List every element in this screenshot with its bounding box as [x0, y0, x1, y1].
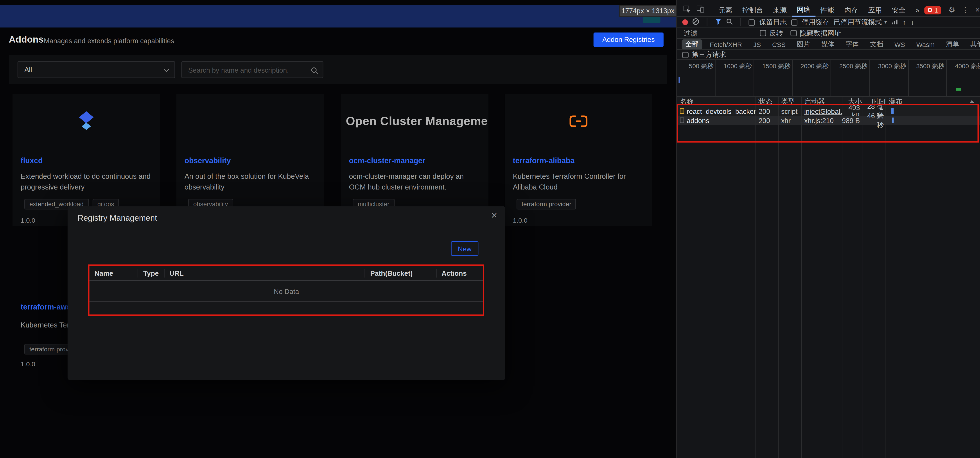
filter-fetch-xhr[interactable]: Fetch/XHR [706, 40, 746, 48]
col-waterfall[interactable]: 瀑布 [886, 97, 980, 106]
col-status[interactable]: 状态 [756, 97, 778, 106]
tab-elements[interactable]: 元素 [714, 4, 737, 16]
disable-cache-checkbox[interactable] [791, 19, 797, 25]
export-har-icon[interactable]: ↓ [911, 18, 915, 27]
kebab-menu-icon[interactable]: ⋮ [958, 6, 972, 14]
inspect-icon[interactable] [681, 6, 694, 14]
timeline-tick: 3000 毫秒 [869, 62, 906, 71]
tabs-overflow-chevron[interactable]: » [911, 4, 924, 16]
new-registry-button[interactable]: New [451, 241, 478, 256]
resource-type-filters: 全部 Fetch/XHR JS CSS 图片 媒体 字体 文档 WS Wasm … [677, 39, 980, 50]
request-row-react-devtools[interactable]: react_devtools_backend.js 200 script inj… [677, 106, 980, 116]
tab-performance[interactable]: 性能 [815, 4, 839, 16]
category-select[interactable]: All [18, 61, 175, 78]
column-separator[interactable] [842, 97, 842, 458]
filter-img[interactable]: 图片 [793, 39, 814, 49]
request-row-addons[interactable]: addons 200 xhr xhr.js:210 989 B 46 毫秒 [677, 116, 980, 125]
timeline-overview: 500 毫秒 1000 毫秒 1500 毫秒 2000 毫秒 2500 毫秒 3… [677, 60, 980, 97]
addon-title-observability[interactable]: observability [185, 156, 316, 165]
filter-wasm[interactable]: Wasm [913, 40, 939, 48]
divider [707, 18, 708, 26]
third-party-row: 第三方请求 [677, 50, 980, 60]
filter-ws[interactable]: WS [891, 40, 909, 48]
timeline-tick: 3500 毫秒 [907, 62, 945, 71]
app-navbar [0, 5, 676, 28]
sort-arrow-icon [969, 100, 975, 103]
request-initiator-link[interactable]: injectGlobal… [801, 107, 842, 115]
request-name: addons [687, 117, 709, 124]
network-search-icon[interactable] [726, 18, 733, 26]
column-separator[interactable] [862, 97, 862, 458]
timeline-tick: 1000 毫秒 [714, 62, 752, 71]
col-name[interactable]: 名称 [677, 97, 756, 106]
tab-application[interactable]: 应用 [863, 4, 887, 16]
clear-icon[interactable] [692, 18, 699, 26]
network-toolbar: 保留日志 停用缓存 已停用节流模式 ▾ ↑ ↓ [677, 17, 980, 28]
request-size: 989 B [842, 117, 862, 124]
chevron-down-icon [164, 67, 169, 72]
registry-table-header: Name Type URL Path(Bucket) Actions [89, 266, 484, 281]
tab-security[interactable]: 安全 [887, 4, 910, 16]
column-header-url: URL [164, 269, 365, 277]
requests-table-header: 名称 状态 类型 启动器 大小 时间 瀑布 [677, 97, 980, 107]
column-header-actions: Actions [436, 269, 484, 277]
request-time: 46 毫秒 [862, 111, 885, 130]
filter-funnel-icon[interactable] [715, 18, 722, 26]
fluxcd-logo-icon [13, 94, 160, 149]
addon-title-terraform-alibaba[interactable]: terraform-alibaba [513, 156, 644, 165]
timeline-tick: 500 毫秒 [677, 62, 714, 71]
column-separator[interactable] [886, 97, 886, 458]
col-initiator[interactable]: 启动器 [801, 97, 842, 106]
preserve-log-checkbox[interactable] [748, 19, 755, 25]
filter-media[interactable]: 媒体 [818, 39, 838, 49]
filter-js[interactable]: JS [749, 40, 765, 48]
requests-table: react_devtools_backend.js 200 script inj… [677, 106, 980, 125]
hide-data-urls-label: 隐藏数据网址 [800, 29, 841, 38]
filter-all[interactable]: 全部 [682, 39, 702, 49]
addon-version: 1.0.0 [513, 216, 644, 224]
filter-other[interactable]: 其他 [967, 39, 980, 49]
tab-memory[interactable]: 内存 [839, 4, 863, 16]
col-type[interactable]: 类型 [778, 97, 801, 106]
alibaba-cloud-logo-icon [505, 94, 652, 149]
column-separator[interactable] [778, 97, 778, 458]
close-icon[interactable]: × [491, 211, 497, 221]
filter-css[interactable]: CSS [768, 40, 789, 48]
record-icon[interactable] [682, 19, 688, 25]
invert-checkbox[interactable] [760, 30, 766, 37]
column-separator[interactable] [801, 97, 802, 458]
filter-manifest[interactable]: 清单 [942, 39, 963, 49]
device-toolbar-icon[interactable] [694, 6, 708, 14]
filter-font[interactable]: 字体 [842, 39, 862, 49]
addon-title-ocm[interactable]: ocm-cluster-manager [349, 156, 480, 165]
third-party-checkbox[interactable] [682, 52, 689, 58]
request-initiator-link[interactable]: xhr.js:210 [801, 117, 842, 124]
addon-title-terraform-aws[interactable]: terraform-aws [21, 302, 71, 311]
throttling-select[interactable]: 已停用节流模式 ▾ [834, 17, 887, 27]
viewport-size-badge: 1774px × 1313px [619, 5, 677, 17]
network-conditions-icon[interactable] [891, 18, 898, 26]
column-separator[interactable] [756, 97, 756, 458]
addon-title-fluxcd[interactable]: fluxcd [21, 156, 152, 165]
overview-activity-mark [678, 77, 680, 83]
search-input[interactable] [181, 61, 323, 78]
devtools-tabbar: 元素 控制台 来源 网络 性能 内存 应用 安全 » 1 ⚙ ⋮ × [677, 4, 980, 17]
import-har-icon[interactable]: ↑ [902, 18, 906, 27]
page-subtitle: Manages and extends platform capabilitie… [44, 37, 174, 44]
filter-doc[interactable]: 文档 [866, 39, 887, 49]
third-party-label: 第三方请求 [692, 50, 726, 59]
addon-tags: terraform provider [517, 199, 644, 209]
settings-gear-icon[interactable]: ⚙ [945, 6, 958, 14]
hide-data-urls-checkbox[interactable] [791, 30, 797, 37]
addon-version: 1.0.0 [21, 360, 35, 367]
error-count-badge[interactable]: 1 [924, 6, 941, 14]
tab-network[interactable]: 网络 [792, 3, 815, 17]
tab-sources[interactable]: 来源 [768, 4, 792, 16]
network-filter-input[interactable] [682, 29, 752, 38]
search-icon[interactable] [311, 65, 318, 77]
network-filter-row: 反转 隐藏数据网址 [677, 28, 980, 38]
devtools-close-icon[interactable]: × [972, 6, 980, 14]
addon-registries-button[interactable]: Addon Registries [593, 32, 663, 47]
tab-console[interactable]: 控制台 [737, 4, 768, 16]
request-type: script [778, 107, 801, 115]
